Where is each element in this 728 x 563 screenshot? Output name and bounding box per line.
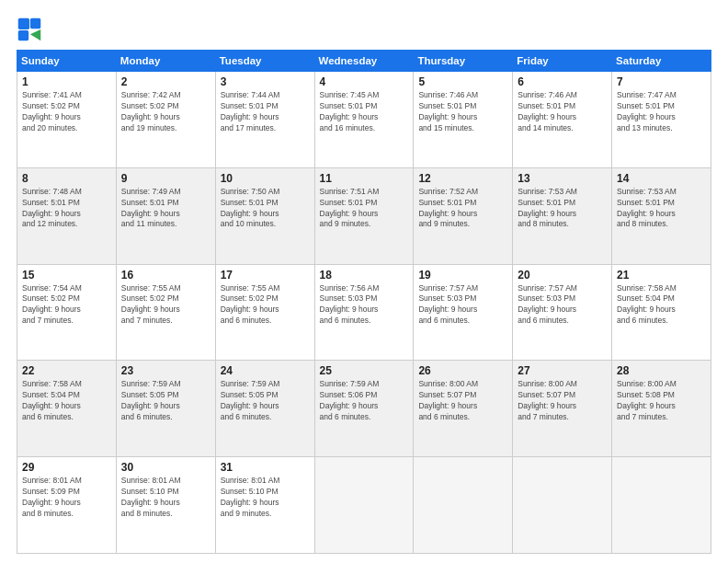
day-header-thursday: Thursday — [414, 51, 513, 72]
day-number: 27 — [518, 364, 608, 377]
day-number: 8 — [22, 172, 112, 185]
calendar-week-row: 29Sunrise: 8:01 AMSunset: 5:09 PMDayligh… — [17, 457, 711, 554]
day-number: 4 — [320, 75, 410, 88]
calendar-cell: 10Sunrise: 7:50 AMSunset: 5:01 PMDayligh… — [215, 167, 314, 264]
calendar-table: SundayMondayTuesdayWednesdayThursdayFrid… — [17, 50, 711, 554]
calendar-week-row: 15Sunrise: 7:54 AMSunset: 5:02 PMDayligh… — [17, 264, 711, 361]
day-number: 24 — [221, 364, 311, 377]
cell-text: Sunrise: 7:55 AMSunset: 5:02 PMDaylight:… — [121, 283, 211, 327]
day-header-tuesday: Tuesday — [215, 51, 314, 72]
day-header-sunday: Sunday — [17, 51, 117, 72]
calendar-cell: 12Sunrise: 7:52 AMSunset: 5:01 PMDayligh… — [414, 167, 513, 264]
cell-text: Sunrise: 7:59 AMSunset: 5:05 PMDaylight:… — [221, 379, 311, 423]
calendar-cell: 5Sunrise: 7:46 AMSunset: 5:01 PMDaylight… — [414, 72, 513, 168]
day-number: 21 — [617, 269, 707, 282]
calendar-cell: 21Sunrise: 7:58 AMSunset: 5:04 PMDayligh… — [612, 264, 711, 361]
calendar-cell: 23Sunrise: 7:59 AMSunset: 5:05 PMDayligh… — [116, 361, 215, 457]
calendar-week-row: 1Sunrise: 7:41 AMSunset: 5:02 PMDaylight… — [17, 72, 711, 168]
day-number: 2 — [121, 75, 211, 88]
calendar-cell: 9Sunrise: 7:49 AMSunset: 5:01 PMDaylight… — [116, 167, 215, 264]
cell-text: Sunrise: 7:46 AMSunset: 5:01 PMDaylight:… — [418, 90, 508, 134]
day-header-wednesday: Wednesday — [314, 51, 414, 72]
calendar-cell: 4Sunrise: 7:45 AMSunset: 5:01 PMDaylight… — [314, 72, 414, 168]
cell-text: Sunrise: 7:56 AMSunset: 5:03 PMDaylight:… — [320, 283, 410, 327]
calendar-cell: 11Sunrise: 7:51 AMSunset: 5:01 PMDayligh… — [314, 167, 414, 264]
day-number: 3 — [221, 75, 311, 88]
day-number: 20 — [518, 269, 608, 282]
day-number: 30 — [121, 461, 211, 474]
day-number: 31 — [221, 461, 311, 474]
cell-text: Sunrise: 7:44 AMSunset: 5:01 PMDaylight:… — [221, 90, 311, 134]
cell-text: Sunrise: 8:01 AMSunset: 5:10 PMDaylight:… — [221, 476, 311, 520]
day-number: 16 — [121, 269, 211, 282]
cell-text: Sunrise: 7:49 AMSunset: 5:01 PMDaylight:… — [121, 187, 211, 231]
cell-text: Sunrise: 7:53 AMSunset: 5:01 PMDaylight:… — [518, 187, 608, 231]
calendar-cell: 17Sunrise: 7:55 AMSunset: 5:02 PMDayligh… — [215, 264, 314, 361]
day-number: 28 — [617, 364, 707, 377]
calendar-cell: 2Sunrise: 7:42 AMSunset: 5:02 PMDaylight… — [116, 72, 215, 168]
calendar-cell: 31Sunrise: 8:01 AMSunset: 5:10 PMDayligh… — [215, 457, 314, 554]
calendar-cell: 15Sunrise: 7:54 AMSunset: 5:02 PMDayligh… — [17, 264, 117, 361]
calendar-cell: 24Sunrise: 7:59 AMSunset: 5:05 PMDayligh… — [215, 361, 314, 457]
calendar-cell — [414, 457, 513, 554]
calendar-cell: 18Sunrise: 7:56 AMSunset: 5:03 PMDayligh… — [314, 264, 414, 361]
cell-text: Sunrise: 7:58 AMSunset: 5:04 PMDaylight:… — [617, 283, 707, 327]
calendar-cell: 27Sunrise: 8:00 AMSunset: 5:07 PMDayligh… — [513, 361, 612, 457]
cell-text: Sunrise: 7:47 AMSunset: 5:01 PMDaylight:… — [617, 90, 707, 134]
day-header-friday: Friday — [513, 51, 612, 72]
calendar-cell: 22Sunrise: 7:58 AMSunset: 5:04 PMDayligh… — [17, 361, 117, 457]
day-number: 10 — [221, 172, 311, 185]
cell-text: Sunrise: 7:51 AMSunset: 5:01 PMDaylight:… — [320, 187, 410, 231]
calendar-cell — [612, 457, 711, 554]
day-number: 14 — [617, 172, 707, 185]
calendar-cell: 28Sunrise: 8:00 AMSunset: 5:08 PMDayligh… — [612, 361, 711, 457]
logo — [17, 17, 46, 42]
cell-text: Sunrise: 7:57 AMSunset: 5:03 PMDaylight:… — [518, 283, 608, 327]
calendar-cell: 7Sunrise: 7:47 AMSunset: 5:01 PMDaylight… — [612, 72, 711, 168]
svg-marker-3 — [30, 29, 40, 40]
svg-rect-2 — [18, 30, 28, 40]
calendar-cell: 8Sunrise: 7:48 AMSunset: 5:01 PMDaylight… — [17, 167, 117, 264]
cell-text: Sunrise: 7:54 AMSunset: 5:02 PMDaylight:… — [22, 283, 112, 327]
day-number: 29 — [22, 461, 112, 474]
day-number: 11 — [320, 172, 410, 185]
day-number: 6 — [518, 75, 608, 88]
calendar-cell: 16Sunrise: 7:55 AMSunset: 5:02 PMDayligh… — [116, 264, 215, 361]
day-number: 12 — [418, 172, 508, 185]
cell-text: Sunrise: 8:00 AMSunset: 5:07 PMDaylight:… — [518, 379, 608, 423]
calendar-cell: 13Sunrise: 7:53 AMSunset: 5:01 PMDayligh… — [513, 167, 612, 264]
day-number: 23 — [121, 364, 211, 377]
calendar-cell — [513, 457, 612, 554]
cell-text: Sunrise: 8:00 AMSunset: 5:07 PMDaylight:… — [418, 379, 508, 423]
cell-text: Sunrise: 8:01 AMSunset: 5:10 PMDaylight:… — [121, 476, 211, 520]
calendar-cell: 20Sunrise: 7:57 AMSunset: 5:03 PMDayligh… — [513, 264, 612, 361]
day-header-saturday: Saturday — [612, 51, 711, 72]
day-number: 17 — [221, 269, 311, 282]
logo-icon — [17, 17, 42, 42]
calendar-cell: 25Sunrise: 7:59 AMSunset: 5:06 PMDayligh… — [314, 361, 414, 457]
cell-text: Sunrise: 7:59 AMSunset: 5:05 PMDaylight:… — [121, 379, 211, 423]
calendar-cell: 1Sunrise: 7:41 AMSunset: 5:02 PMDaylight… — [17, 72, 117, 168]
svg-rect-1 — [30, 18, 40, 29]
day-number: 18 — [320, 269, 410, 282]
day-number: 26 — [418, 364, 508, 377]
day-number: 1 — [22, 75, 112, 88]
calendar-cell: 6Sunrise: 7:46 AMSunset: 5:01 PMDaylight… — [513, 72, 612, 168]
day-number: 15 — [22, 269, 112, 282]
cell-text: Sunrise: 7:42 AMSunset: 5:02 PMDaylight:… — [121, 90, 211, 134]
cell-text: Sunrise: 7:58 AMSunset: 5:04 PMDaylight:… — [22, 379, 112, 423]
cell-text: Sunrise: 7:50 AMSunset: 5:01 PMDaylight:… — [221, 187, 311, 231]
calendar-cell: 14Sunrise: 7:53 AMSunset: 5:01 PMDayligh… — [612, 167, 711, 264]
cell-text: Sunrise: 7:55 AMSunset: 5:02 PMDaylight:… — [221, 283, 311, 327]
day-number: 13 — [518, 172, 608, 185]
calendar-week-row: 8Sunrise: 7:48 AMSunset: 5:01 PMDaylight… — [17, 167, 711, 264]
calendar-week-row: 22Sunrise: 7:58 AMSunset: 5:04 PMDayligh… — [17, 361, 711, 457]
cell-text: Sunrise: 8:01 AMSunset: 5:09 PMDaylight:… — [22, 476, 112, 520]
svg-rect-0 — [18, 18, 29, 29]
day-number: 25 — [320, 364, 410, 377]
calendar-header-row: SundayMondayTuesdayWednesdayThursdayFrid… — [17, 51, 711, 72]
day-number: 5 — [418, 75, 508, 88]
day-number: 7 — [617, 75, 707, 88]
day-number: 9 — [121, 172, 211, 185]
cell-text: Sunrise: 7:46 AMSunset: 5:01 PMDaylight:… — [518, 90, 608, 134]
